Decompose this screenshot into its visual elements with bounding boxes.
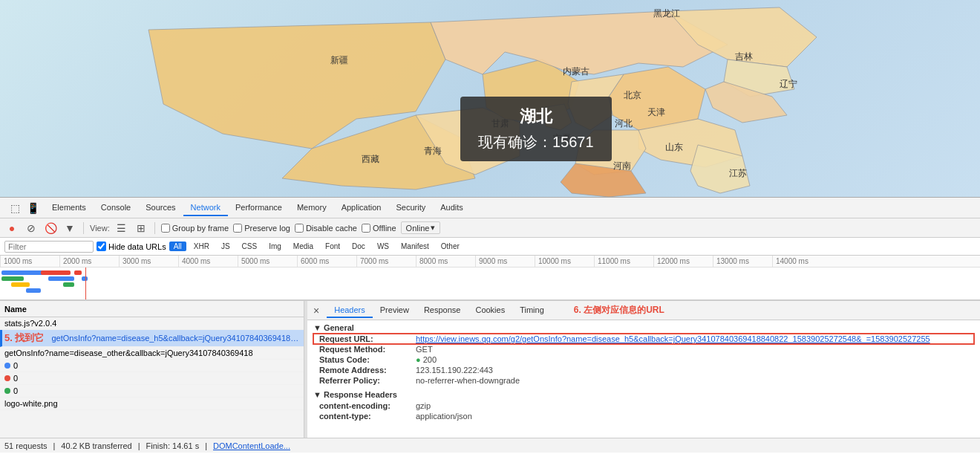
filter-img[interactable]: Img <box>264 242 286 251</box>
general-title: ▼ General <box>313 323 974 332</box>
status-code-val: ● 200 <box>416 355 437 364</box>
stop-button[interactable]: ⊘ <box>24 221 39 236</box>
filter-manifest[interactable]: Manifest <box>396 242 434 251</box>
request-item-selected[interactable]: 5. 找到它 getOnsInfo?name=disease_h5&callba… <box>0 330 304 347</box>
request-item[interactable]: getOnsInfo?name=disease_other&callback=j… <box>0 347 304 360</box>
filter-doc[interactable]: Doc <box>347 242 370 251</box>
devtools-inspect-icon[interactable]: ⬚ <box>7 201 22 215</box>
clear-button[interactable]: 🚫 <box>43 221 58 236</box>
referrer-policy-val: no-referrer-when-downgrade <box>416 376 520 385</box>
tooltip-region: 湖北 <box>478 106 594 128</box>
remote-address-row: Remote Address: 123.151.190.222:443 <box>313 365 974 375</box>
detail-tab-cookies[interactable]: Cookies <box>468 303 512 318</box>
detail-tab-response[interactable]: Response <box>416 303 468 318</box>
filter-toggle[interactable]: ▼ <box>62 221 77 236</box>
request-name-selected: getOnsInfo?name=disease_h5&callback=jQue… <box>51 334 299 343</box>
request-url-val[interactable]: https://view.inews.qq.com/g2/getOnsInfo?… <box>416 334 930 343</box>
offline-checkbox[interactable] <box>362 224 370 233</box>
color-dot-green <box>4 388 10 394</box>
tab-performance[interactable]: Performance <box>228 200 290 216</box>
preserve-log-checkbox[interactable] <box>233 224 242 233</box>
province-label-shandong: 山东 <box>665 141 683 154</box>
disable-cache-label[interactable]: Disable cache <box>295 224 357 233</box>
bar-6 <box>48 276 74 281</box>
devtools-icons: ⬚ 📱 <box>3 201 45 215</box>
status-code-key: Status Code: <box>319 355 416 364</box>
dom-content-loaded-link[interactable]: DOMContentLoade... <box>213 441 290 450</box>
filter-input[interactable] <box>4 241 94 253</box>
group-by-frame-label[interactable]: Group by frame <box>161 224 229 233</box>
grid-view-icon[interactable]: ⊞ <box>134 221 148 236</box>
devtools-tabs: ⬚ 📱 Elements Console Sources Network Per… <box>0 198 980 218</box>
request-item[interactable]: logo-white.png <box>0 398 304 410</box>
referrer-policy-row: Referrer Policy: no-referrer-when-downgr… <box>313 375 974 386</box>
online-dropdown[interactable]: Online ▾ <box>401 221 441 234</box>
status-sep3: | <box>205 441 207 450</box>
province-label-beijing: 北京 <box>624 89 641 102</box>
filter-js[interactable]: JS <box>217 242 235 251</box>
general-section: ▼ General Request URL: https://view.inew… <box>313 323 974 386</box>
offline-label[interactable]: Offline <box>362 224 396 233</box>
tab-security[interactable]: Security <box>388 200 433 216</box>
province-label-neimenggu: 内蒙古 <box>563 65 589 78</box>
main-content: Name stats.js?v2.0.4 5. 找到它 getOnsInfo?n… <box>0 300 980 438</box>
content-type-row: content-type: application/json <box>313 411 974 421</box>
bar-8 <box>74 270 82 275</box>
list-view-icon[interactable]: ☰ <box>114 221 129 236</box>
bar-9 <box>82 276 88 281</box>
province-label-liaoning: 辽宁 <box>780 78 797 91</box>
sep2 <box>154 222 155 234</box>
tick-6000: 6000 ms <box>297 256 356 267</box>
filter-ws[interactable]: WS <box>373 242 393 251</box>
request-item[interactable]: 0 <box>0 385 304 398</box>
filter-media[interactable]: Media <box>289 242 318 251</box>
request-name: stats.js?v2.0.4 <box>4 319 56 328</box>
tab-network[interactable]: Network <box>183 200 228 216</box>
bar-4 <box>26 288 41 293</box>
tab-memory[interactable]: Memory <box>290 200 334 216</box>
request-name: getOnsInfo?name=disease_other&callback=j… <box>4 349 253 357</box>
tick-9000: 9000 ms <box>475 256 535 267</box>
requests-list[interactable]: stats.js?v2.0.4 5. 找到它 getOnsInfo?name=d… <box>0 317 304 438</box>
request-name: 0 <box>13 361 18 370</box>
filter-font[interactable]: Font <box>321 242 344 251</box>
request-item[interactable]: 0 <box>0 360 304 372</box>
detail-tab-timing[interactable]: Timing <box>512 303 552 318</box>
status-sep: | <box>53 441 55 450</box>
annotation-url: 6. 左侧对应信息的URL <box>574 304 664 317</box>
hide-data-urls-checkbox[interactable] <box>97 242 106 251</box>
devtools-device-icon[interactable]: 📱 <box>25 201 40 215</box>
color-dot-blue <box>4 363 10 369</box>
request-item[interactable]: stats.js?v2.0.4 <box>0 317 304 330</box>
tick-4000: 4000 ms <box>178 256 238 267</box>
detail-tab-headers[interactable]: Headers <box>327 303 373 318</box>
filter-css[interactable]: CSS <box>238 242 262 251</box>
map-area: 黑龙江 吉林 辽宁 内蒙古 北京 天津 河北 山东 河南 江苏 新疆 西藏 青海… <box>0 0 980 197</box>
disable-cache-checkbox[interactable] <box>295 224 304 233</box>
timeline-ruler: 1000 ms 2000 ms 3000 ms 4000 ms 5000 ms … <box>0 256 980 268</box>
request-item[interactable]: 0 <box>0 372 304 385</box>
hide-data-urls-label[interactable]: Hide data URLs <box>97 242 166 251</box>
bar-3 <box>11 282 30 287</box>
tab-audits[interactable]: Audits <box>433 200 471 216</box>
request-method-val: GET <box>416 345 433 354</box>
tab-sources[interactable]: Sources <box>138 200 183 216</box>
detail-tab-preview[interactable]: Preview <box>373 303 416 318</box>
status-transferred: 40.2 KB transferred <box>61 441 131 450</box>
bar-2 <box>1 276 24 281</box>
filter-xhr[interactable]: XHR <box>189 242 214 251</box>
filter-other[interactable]: Other <box>437 242 464 251</box>
group-by-frame-checkbox[interactable] <box>161 224 170 233</box>
request-url-key: Request URL: <box>319 334 416 343</box>
annotation-find-it: 5. 找到它 <box>4 331 44 345</box>
close-tab-button[interactable]: × <box>310 303 322 318</box>
tab-console[interactable]: Console <box>94 200 138 216</box>
network-toolbar: ● ⊘ 🚫 ▼ View: ☰ ⊞ Group by frame Preserv… <box>0 218 980 238</box>
tick-3000: 3000 ms <box>119 256 178 267</box>
record-button[interactable]: ● <box>4 221 19 236</box>
preserve-log-label[interactable]: Preserve log <box>233 224 290 233</box>
tab-application[interactable]: Application <box>334 200 389 216</box>
view-label: View: <box>90 224 110 233</box>
tab-elements[interactable]: Elements <box>45 200 94 216</box>
filter-all[interactable]: All <box>169 242 186 251</box>
